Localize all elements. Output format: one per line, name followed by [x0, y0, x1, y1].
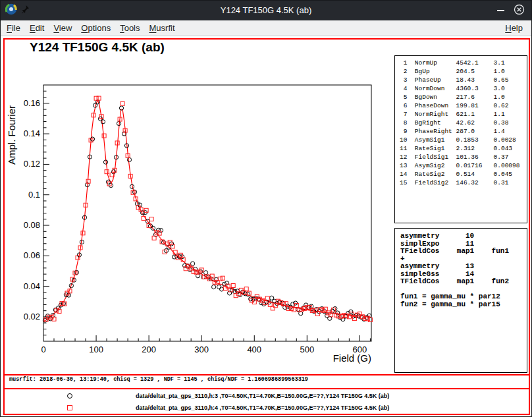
data-point: [309, 304, 313, 308]
parameter-row: 5 BgDown 217.6 1.0: [400, 93, 527, 101]
theory-line: TFieldCos map1 fun2: [400, 278, 527, 286]
parameter-row: 6 PhaseDown 199.81 0.62: [400, 101, 527, 110]
separator-line: [5, 388, 529, 389]
series-squares: [44, 96, 372, 321]
parameter-row: 15 FieldSig2 146.32 0.31: [400, 179, 527, 187]
data-point: [292, 308, 296, 312]
parameter-row: 1 NormUp 4542.1 3.1: [400, 59, 527, 67]
menu-help: Help: [500, 22, 527, 34]
y-tick-label: 0.08: [24, 220, 40, 230]
parameter-row: 12 FieldSig1 101.36 0.37: [400, 153, 527, 161]
data-point: [180, 255, 184, 259]
titlebar[interactable]: Y124 TF150G 4.5K (ab): [1, 1, 531, 20]
menu-items: FileEditViewOptionsToolsMusrfit: [2, 22, 180, 34]
theory-line: fun2 = gamma_mu * par15: [400, 301, 527, 309]
data-point: [94, 96, 98, 100]
parameter-row: 11 RateSig1 2.312 0.043: [400, 144, 527, 153]
legend-entry: data/deltat_pta_gps_3110,h:4 ,T0=4.50K,T…: [5, 402, 529, 414]
y-tick-label: 0.1: [28, 190, 40, 200]
data-point: [170, 242, 174, 246]
data-point: [225, 281, 229, 285]
theory-line: asymmetry 13: [400, 263, 527, 271]
menu-file[interactable]: File: [2, 22, 25, 34]
x-tick-label: 200: [142, 345, 156, 354]
y-tick-label: 0.02: [24, 312, 40, 321]
fit-info-text: musrfit: 2018-06-30, 13:19:40, chisq = 1…: [9, 376, 308, 383]
theory-line: asymmetry 10: [400, 233, 527, 240]
x-tick-label: 0: [41, 345, 45, 354]
theory-panel: asymmetry 10simplExpo 11TFieldCos map1 f…: [394, 228, 527, 373]
legend-entry: data/deltat_pta_gps_3110,h:3 ,T0=4.50K,T…: [5, 390, 529, 402]
menubar: FileEditViewOptionsToolsMusrfit Help: [1, 20, 531, 36]
root-canvas: Y124 TF150G 4.5K (ab) 0.020.040.060.080.…: [3, 38, 530, 415]
data-point: [149, 217, 153, 221]
parameter-row: 4 NormDown 4360.3 3.0: [400, 84, 527, 93]
data-point: [267, 300, 271, 304]
data-point: [164, 248, 168, 252]
legend-label: data/deltat_pta_gps_3110,h:3 ,T0=4.50K,T…: [136, 393, 389, 399]
y-tick-label: 0.04: [24, 281, 40, 291]
plot-legend: data/deltat_pta_gps_3110,h:3 ,T0=4.50K,T…: [5, 390, 529, 414]
minimize-button[interactable]: [497, 10, 504, 11]
data-point: [191, 262, 195, 265]
data-point: [159, 229, 163, 233]
data-point: [333, 307, 337, 311]
window-title: Y124 TF150G 4.5K (ab): [1, 1, 531, 20]
parameter-row: 2 BgUp 204.5 1.0: [400, 67, 527, 76]
menu-options[interactable]: Options: [76, 22, 115, 34]
window-controls: [497, 1, 525, 20]
parameter-row: 14 RateSig2 0.514 0.045: [400, 170, 527, 179]
y-tick-label: 0.16: [24, 98, 40, 108]
series-circles: [43, 100, 371, 322]
square-marker-icon: [67, 405, 72, 410]
app-window: Y124 TF150G 4.5K (ab) FileEditViewOption…: [0, 0, 532, 417]
x-tick-label: 500: [300, 345, 314, 354]
parameter-panel: 1 NormUp 4542.1 3.1 2 BgUp 204.5 1.0 3 P…: [394, 55, 527, 223]
data-point: [120, 101, 124, 105]
legend-label: data/deltat_pta_gps_3110,h:4 ,T0=4.50K,T…: [136, 404, 389, 411]
data-point: [212, 285, 216, 289]
data-point: [127, 157, 131, 161]
axes: 0.020.040.060.080.10.120.140.16010020030…: [24, 85, 371, 354]
data-point: [217, 285, 221, 289]
data-point: [246, 292, 250, 296]
parameter-row: 3 PhaseUp 18.43 0.65: [400, 76, 527, 84]
parameter-row: 9 PhaseRight 287.0 1.4: [400, 127, 527, 136]
data-point: [247, 291, 251, 295]
y-tick-label: 0.06: [24, 250, 40, 260]
menu-edit[interactable]: Edit: [25, 22, 49, 34]
x-axis-title: Field (G): [333, 352, 371, 364]
parameter-row: 13 AsymSig2 0.01716 0.00098: [400, 161, 527, 170]
menu-musrfit[interactable]: Musrfit: [145, 22, 180, 34]
menu-help[interactable]: Help: [500, 22, 527, 34]
parameter-row: 8 BgRight 42.62 0.38: [400, 119, 527, 127]
circle-marker-icon: [67, 393, 72, 399]
data-point: [231, 284, 235, 288]
separator-line: [5, 374, 529, 375]
parameter-row: 7 NormRight 621.1 1.1: [400, 110, 527, 119]
data-point: [204, 271, 208, 275]
x-tick-label: 300: [194, 345, 209, 354]
y-tick-label: 0.14: [24, 128, 40, 138]
close-button[interactable]: [514, 4, 525, 18]
x-tick-label: 400: [247, 345, 261, 354]
fourier-plot[interactable]: 0.020.040.060.080.10.120.140.16010020030…: [5, 46, 392, 372]
menu-tools[interactable]: Tools: [115, 22, 144, 34]
menu-view[interactable]: View: [49, 22, 76, 34]
theory-line: TFieldCos map1 fun1: [400, 248, 527, 256]
data-point: [105, 170, 109, 174]
y-axis-title: Ampl. Fourier: [6, 105, 17, 165]
parameter-row: 10 AsymSig1 0.1853 0.0028: [400, 136, 527, 144]
x-tick-label: 100: [89, 345, 103, 354]
fit-line: [43, 100, 370, 321]
y-tick-label: 0.12: [24, 159, 40, 169]
theory-line: fun1 = gamma_mu * par12: [400, 293, 527, 301]
data-point: [97, 96, 101, 100]
